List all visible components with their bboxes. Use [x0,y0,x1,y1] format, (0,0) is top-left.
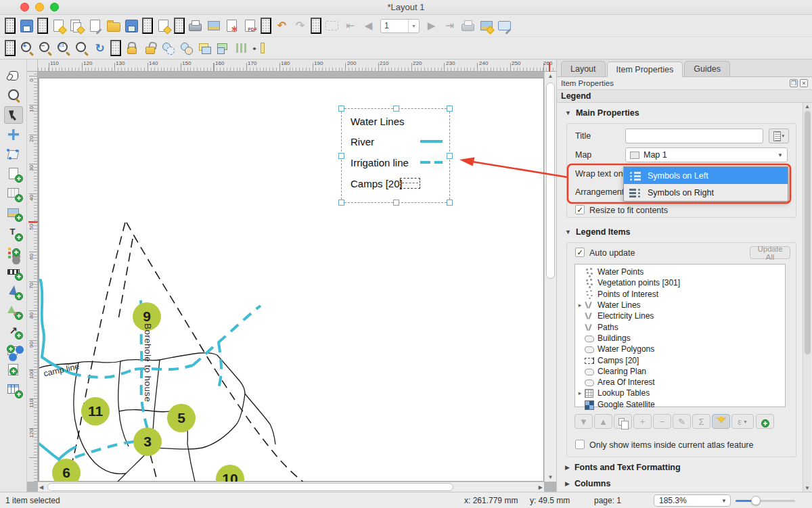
legend-title-input[interactable] [625,129,763,143]
atlas-last-feature-button[interactable]: ⇥ [441,17,459,35]
remove-legend-item-button[interactable]: − [653,414,671,429]
auto-update-checkbox[interactable] [575,248,585,257]
selection-handle[interactable] [338,200,344,206]
save-as-template-button[interactable] [154,17,173,35]
zoom-out-button[interactable]: − [36,39,54,57]
scroll-down-icon[interactable]: ▼ [803,485,811,491]
selection-handle[interactable] [447,153,453,159]
legend-item[interactable]: Water Lines River Irrigation line [341,108,450,203]
tree-item-lookup-tables[interactable]: ▸ Lookup Tables [575,388,785,398]
zoom-level-combobox[interactable]: 185.3% ▼ [654,494,731,507]
atlas-filter-checkbox[interactable] [575,440,585,449]
move-item-down-button[interactable]: ▼ [574,414,593,429]
raise-items-button[interactable] [196,39,214,57]
export-pdf-button[interactable]: PDF [241,17,259,35]
option-symbols-on-left[interactable]: Symbols on Left [624,167,788,184]
tree-item-paths[interactable]: Paths [575,321,785,332]
expression-builder-button[interactable]: ε [756,414,774,429]
tree-item-water-points[interactable]: Water Points [575,267,785,277]
selection-handle[interactable] [338,153,344,159]
distribute-items-button[interactable] [232,39,250,57]
atlas-previous-feature-button[interactable]: ◀ [359,17,378,35]
add-legend-item-button[interactable]: ＋ [633,414,652,429]
chevron-down-icon[interactable]: ▼ [408,20,419,32]
zoom-slider[interactable] [736,500,795,502]
selection-handle[interactable] [393,200,399,206]
zoom-full-button[interactable] [72,39,91,57]
redo-button[interactable]: ↷ [291,17,309,35]
scroll-up-icon[interactable]: ▲ [545,73,556,79]
minimize-window-button[interactable] [35,3,44,11]
update-all-button[interactable]: Update All [750,246,790,259]
section-columns[interactable]: ▶ Columns [565,479,610,488]
move-item-up-button[interactable]: ▲ [594,414,612,429]
add-picture-button[interactable] [4,204,23,222]
unlock-all-items-button[interactable] [141,39,159,57]
add-map-button[interactable] [4,185,23,202]
save-button[interactable] [18,17,36,35]
atlas-settings-button[interactable] [495,17,514,35]
tree-item-water-polygons[interactable]: Water Polygons [575,344,785,354]
symbol-summary-button[interactable]: Σ [692,414,710,429]
tree-item-google-satellite[interactable]: Google Satellite [575,399,785,410]
export-image-button[interactable] [204,17,223,35]
save-as-button[interactable] [122,17,141,35]
map-item[interactable] [39,78,544,482]
maximize-window-button[interactable] [50,3,59,11]
open-layout-button[interactable] [104,17,122,35]
atlas-page-input[interactable] [381,20,405,31]
new-layout-button[interactable] [49,17,68,35]
edit-nodes-item-button[interactable] [4,145,23,163]
canvas-horizontal-scrollbar[interactable]: ◀ ▶ [38,482,544,492]
tree-item-buildings[interactable]: Buildings [575,333,785,344]
tab-guides[interactable]: Guides [684,61,730,76]
panel-scroll-thumb[interactable] [805,111,811,354]
expand-arrow-icon[interactable]: ▸ [575,302,583,308]
select-move-item-button[interactable] [4,106,23,124]
tree-item-water-lines[interactable]: ▸ Water Lines [575,300,785,310]
add-north-arrow-button[interactable] [4,283,23,300]
scroll-up-icon[interactable]: ▲ [803,103,811,110]
panel-scrollbar[interactable]: ▲ ▼ [803,103,811,492]
atlas-page-combobox[interactable]: ▼ [380,19,420,33]
zoom-slider-thumb[interactable] [751,496,761,505]
scroll-right-icon[interactable]: ▶ [539,482,543,492]
section-main-properties[interactable]: ▼ Main Properties [565,108,639,118]
print-atlas-button[interactable] [459,17,477,35]
atlas-next-feature-button[interactable]: ▶ [422,17,441,35]
canvas-vertical-scrollbar[interactable]: ▲ ▼ [544,72,556,482]
align-items-button[interactable] [214,39,232,57]
pan-layout-button[interactable] [4,67,23,85]
filter-by-expression-button[interactable]: ε▼ [731,414,754,429]
add-attribute-table-button[interactable] [4,381,23,398]
lock-selected-items-button[interactable] [122,39,141,57]
expand-arrow-icon[interactable]: ▸ [575,390,583,396]
close-panel-icon[interactable]: × [800,79,808,87]
duplicate-layout-button[interactable] [68,17,86,35]
add-legend-button[interactable] [4,244,23,261]
scroll-left-icon[interactable]: ◀ [39,482,43,492]
tree-item-area-of-interest[interactable]: Area Of Interest [575,377,785,388]
print-button[interactable] [186,17,204,35]
tree-item-vegetation-points[interactable]: Vegetation points [301] [575,277,785,288]
add-page-button[interactable] [4,165,23,183]
map-combobox[interactable]: Map 1 ▼ [625,147,788,162]
filter-legend-by-map-button[interactable] [712,414,730,429]
add-scalebar-button[interactable] [4,263,23,281]
float-panel-icon[interactable]: ❐ [790,79,798,87]
selection-handle[interactable] [393,106,399,112]
tab-layout[interactable]: Layout [561,61,606,76]
export-svg-button[interactable]: ∗ [223,17,241,35]
zoom-tool-button[interactable] [4,87,23,104]
refresh-view-button[interactable]: ↻ [91,39,109,57]
section-fonts-and-text-formatting[interactable]: ▶ Fonts and Text Formatting [565,463,681,472]
layout-manager-button[interactable] [86,17,104,35]
resize-items-button[interactable] [250,39,269,57]
tree-item-camps[interactable]: Camps [20] [575,354,785,365]
add-shape-button[interactable] [4,302,23,320]
add-node-item-button[interactable] [4,342,23,359]
atlas-preview-button[interactable] [323,17,341,35]
scroll-down-icon[interactable]: ▼ [545,474,556,480]
add-label-button[interactable] [4,224,23,241]
add-html-button[interactable] [4,361,23,379]
